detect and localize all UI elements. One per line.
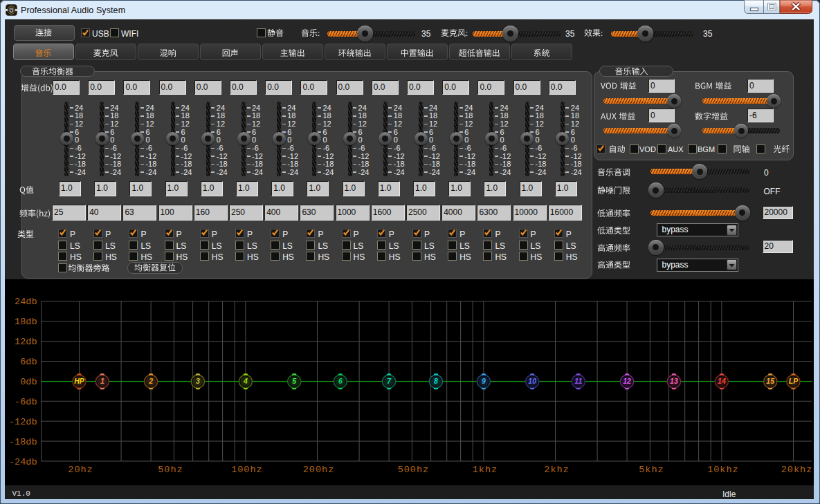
svg-text:10khz: 10khz bbox=[707, 465, 739, 475]
svg-text:2: 2 bbox=[148, 377, 153, 385]
svg-text:LP: LP bbox=[789, 377, 799, 385]
svg-text:-6db: -6db bbox=[15, 397, 37, 407]
svg-text:20hz: 20hz bbox=[68, 465, 93, 475]
svg-text:1: 1 bbox=[100, 377, 104, 385]
svg-text:18db: 18db bbox=[15, 317, 37, 327]
svg-text:-12db: -12db bbox=[9, 417, 37, 427]
svg-text:14: 14 bbox=[718, 377, 726, 385]
svg-text:4: 4 bbox=[243, 377, 248, 385]
svg-text:11: 11 bbox=[574, 377, 582, 385]
svg-text:8: 8 bbox=[434, 377, 438, 385]
svg-text:500hz: 500hz bbox=[398, 465, 430, 475]
svg-text:9: 9 bbox=[482, 377, 486, 385]
svg-text:6db: 6db bbox=[20, 357, 37, 367]
svg-text:0db: 0db bbox=[20, 377, 37, 387]
svg-text:24db: 24db bbox=[15, 297, 37, 307]
svg-text:13: 13 bbox=[670, 377, 678, 385]
svg-text:5: 5 bbox=[292, 377, 296, 385]
svg-text:3: 3 bbox=[196, 377, 200, 385]
svg-text:50hz: 50hz bbox=[158, 465, 183, 475]
svg-text:HP: HP bbox=[74, 377, 85, 385]
svg-text:-18db: -18db bbox=[9, 437, 37, 447]
svg-text:5khz: 5khz bbox=[639, 465, 664, 475]
svg-text:-24db: -24db bbox=[9, 457, 37, 467]
svg-text:6: 6 bbox=[338, 377, 343, 385]
svg-text:100hz: 100hz bbox=[231, 465, 263, 475]
svg-text:15: 15 bbox=[766, 377, 774, 385]
svg-text:12db: 12db bbox=[15, 337, 37, 347]
svg-text:20khz: 20khz bbox=[781, 465, 813, 475]
svg-text:2khz: 2khz bbox=[544, 465, 569, 475]
svg-text:1khz: 1khz bbox=[473, 465, 498, 475]
svg-text:10: 10 bbox=[528, 377, 536, 385]
svg-text:12: 12 bbox=[623, 377, 631, 385]
svg-text:200hz: 200hz bbox=[303, 465, 335, 475]
